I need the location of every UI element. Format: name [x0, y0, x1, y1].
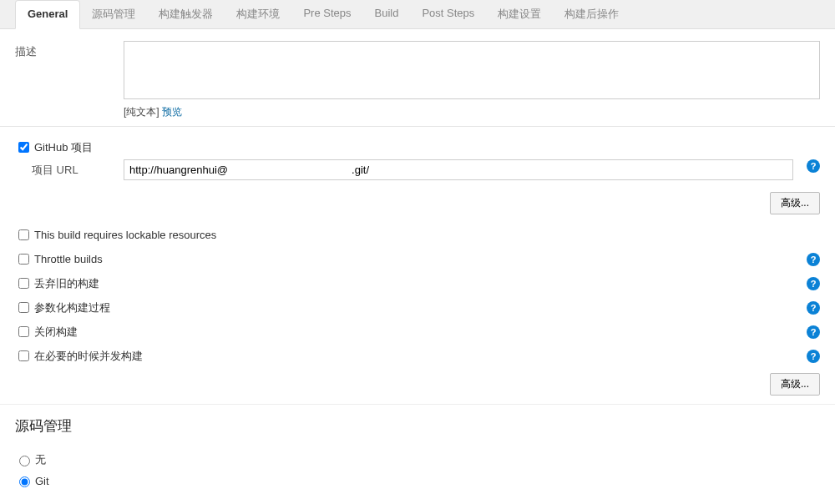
scm-none-radio[interactable] [19, 456, 30, 466]
lockable-label: This build requires lockable resources [34, 229, 820, 241]
tab-triggers[interactable]: 构建触发器 [147, 0, 225, 28]
help-icon[interactable]: ? [807, 350, 820, 363]
github-project-label: GitHub 项目 [34, 140, 820, 155]
description-textarea[interactable] [124, 41, 820, 99]
help-icon[interactable]: ? [807, 325, 820, 339]
throttle-label: Throttle builds [34, 253, 800, 265]
discard-label: 丢弃旧的构建 [34, 276, 800, 291]
description-label: 描述 [15, 41, 124, 59]
scm-git-label: Git [35, 475, 49, 487]
github-project-checkbox[interactable] [18, 142, 29, 153]
help-icon[interactable]: ? [807, 277, 820, 290]
scm-none-label: 无 [35, 452, 46, 467]
tab-post-steps[interactable]: Post Steps [410, 0, 486, 28]
project-url-input[interactable] [124, 159, 793, 180]
disable-checkbox[interactable] [18, 326, 29, 337]
parameterized-checkbox[interactable] [18, 302, 29, 313]
tab-post-build[interactable]: 构建后操作 [553, 0, 630, 28]
tab-general[interactable]: General [15, 0, 80, 29]
tab-build[interactable]: Build [363, 0, 411, 28]
throttle-checkbox[interactable] [18, 254, 29, 265]
advanced-button[interactable]: 高级... [770, 192, 820, 214]
parameterized-label: 参数化构建过程 [34, 300, 800, 315]
tab-build-env[interactable]: 构建环境 [225, 0, 291, 28]
concurrent-checkbox[interactable] [18, 350, 29, 361]
scm-git-radio[interactable] [19, 476, 30, 487]
lockable-checkbox[interactable] [18, 229, 29, 240]
tab-pre-steps[interactable]: Pre Steps [291, 0, 362, 28]
scm-section-title: 源码管理 [0, 404, 835, 444]
project-url-label: 项目 URL [32, 159, 124, 178]
help-icon[interactable]: ? [807, 159, 820, 173]
help-icon[interactable]: ? [807, 301, 820, 315]
config-tabs: General 源码管理 构建触发器 构建环境 Pre Steps Build … [0, 0, 835, 29]
advanced-button-2[interactable]: 高级... [770, 373, 820, 396]
plain-text-label: [纯文本] [124, 106, 159, 118]
concurrent-label: 在必要的时候并发构建 [34, 349, 800, 364]
preview-link[interactable]: 预览 [162, 106, 182, 118]
tab-build-settings[interactable]: 构建设置 [486, 0, 553, 28]
tab-scm[interactable]: 源码管理 [80, 0, 147, 28]
disable-label: 关闭构建 [34, 325, 800, 340]
help-icon[interactable]: ? [807, 253, 820, 266]
discard-checkbox[interactable] [18, 278, 29, 289]
